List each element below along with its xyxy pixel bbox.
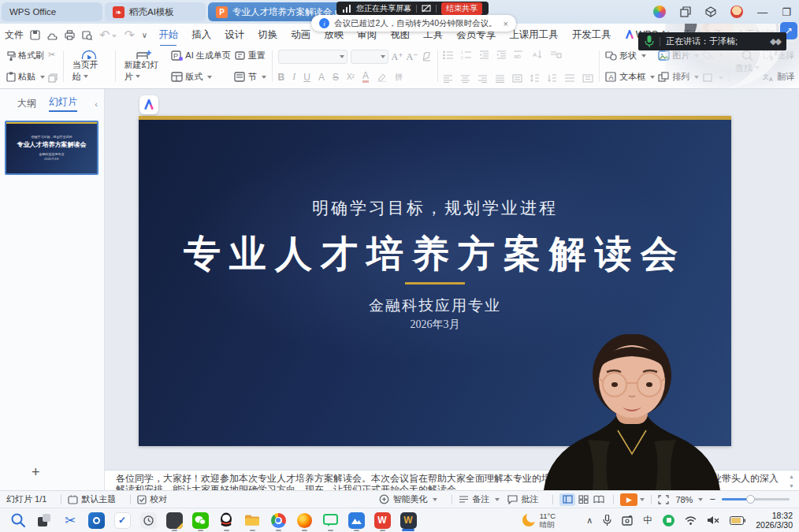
shape-fill-button[interactable] <box>702 50 723 60</box>
proofread-button[interactable]: 校对 <box>137 493 167 505</box>
phonetic-guide-icon[interactable]: ab <box>514 50 526 59</box>
ime-indicator[interactable]: 中 <box>643 514 652 527</box>
paragraph-spacing-icon[interactable] <box>547 74 557 83</box>
weather-widget[interactable]: 11°C晴朗 <box>522 512 556 529</box>
justify-icon[interactable] <box>495 75 505 83</box>
taskbar-chrome[interactable] <box>266 509 290 531</box>
stop-sharing-button[interactable]: 结束共享 <box>441 2 482 15</box>
wps-ai-floating-button[interactable] <box>139 95 158 114</box>
customize-toolbar-icon[interactable]: ∨ <box>142 31 147 39</box>
layout-button[interactable]: 版式 <box>171 71 230 83</box>
slideshow-play-button[interactable]: ▶ <box>620 493 637 506</box>
taskbar-messages[interactable] <box>318 509 342 531</box>
numbered-list-icon[interactable]: 12 <box>461 50 472 59</box>
tab-docer-template[interactable]: ❧ 稻壳AI模板 <box>105 2 206 21</box>
char-spacing-button[interactable]: A <box>318 72 325 83</box>
add-slide-button[interactable]: + <box>32 464 40 481</box>
align-center-icon[interactable] <box>460 75 470 83</box>
taskbar-photos[interactable] <box>344 509 368 531</box>
tray-screenshot-icon[interactable] <box>622 515 633 526</box>
pinyin-button[interactable]: 拼 <box>395 72 403 83</box>
notes-toggle-button[interactable]: 备注 <box>459 493 500 505</box>
reset-button[interactable]: 重置 <box>234 50 266 61</box>
export-icon[interactable] <box>47 30 58 40</box>
shape-outline-button[interactable] <box>702 73 723 83</box>
print-preview-icon[interactable] <box>82 30 92 40</box>
paste-button[interactable]: 粘贴 <box>6 71 45 83</box>
text-direction-icon[interactable]: A <box>533 50 543 59</box>
textbox-button[interactable]: A 文本框 <box>605 71 655 83</box>
menu-design[interactable]: 设计 <box>225 28 244 42</box>
menu-animation[interactable]: 动画 <box>291 28 310 42</box>
arrange-button[interactable]: 排列 <box>658 71 699 83</box>
notes-scroll-arrows[interactable]: ▲▼ <box>789 474 794 489</box>
text-spacing-icon[interactable] <box>564 74 575 83</box>
bold-button[interactable]: B <box>278 72 285 83</box>
slide-1[interactable]: 明确学习目标，规划学业进程 专业人才培养方案解读会 金融科技应用专业 2026年… <box>139 116 731 446</box>
smart-beautify-button[interactable]: 智能美化 <box>379 493 437 505</box>
zoom-slider-handle[interactable] <box>746 495 755 504</box>
select-button[interactable]: 选择 <box>763 50 794 61</box>
increase-indent-icon[interactable] <box>496 50 507 59</box>
font-size-select[interactable] <box>351 50 388 64</box>
slide-thumbnail-1[interactable]: 明确学习目标，规划学业进程 专业人才培养方案解读会 金融科技应用专业 2026年… <box>5 121 98 175</box>
menu-transition[interactable]: 切换 <box>258 28 277 42</box>
tray-expand-icon[interactable]: ∧ <box>586 515 593 526</box>
taskbar-wps-office[interactable]: W <box>370 509 394 531</box>
taskbar-file-explorer[interactable] <box>240 509 264 531</box>
slideshow-options-icon[interactable] <box>640 498 645 501</box>
slide-date-text[interactable]: 2026年3月 <box>139 318 731 332</box>
theme-button[interactable]: 默认主题 <box>68 493 116 505</box>
clock-widget[interactable]: 18:32 2026/3/30 <box>756 511 793 530</box>
normal-view-button[interactable] <box>559 493 575 506</box>
font-family-select[interactable] <box>278 50 347 64</box>
taskbar-task-view[interactable] <box>32 509 56 531</box>
taskbar-firefox[interactable] <box>292 509 316 531</box>
decrease-indent-icon[interactable] <box>479 50 489 59</box>
notice-close-icon[interactable]: × <box>504 19 508 28</box>
minimize-icon[interactable]: — <box>757 6 767 18</box>
find-button[interactable]: 查找 <box>735 50 760 74</box>
copy-button[interactable] <box>48 73 58 83</box>
tab-outline[interactable]: 大纲 <box>17 97 36 110</box>
picture-button[interactable]: 图片 <box>658 50 699 61</box>
section-button[interactable]: 节 <box>234 71 266 83</box>
taskbar-sticky-notes[interactable] <box>162 509 186 531</box>
taskbar-clock-app[interactable] <box>136 509 160 531</box>
strikethrough-button[interactable]: S <box>333 72 339 83</box>
tab-wps-home[interactable]: WPS Office <box>2 2 102 21</box>
align-objects-icon[interactable] <box>582 74 593 83</box>
fit-window-icon[interactable] <box>658 495 669 504</box>
box-icon[interactable] <box>705 6 716 17</box>
shapes-button[interactable]: 形状 <box>605 50 655 61</box>
restore-icon[interactable]: ❐ <box>782 6 791 18</box>
undo-icon[interactable]: ↶ <box>99 28 117 43</box>
font-color-button[interactable]: A <box>362 72 369 83</box>
new-slide-button[interactable]: 新建幻灯片 <box>120 49 170 84</box>
pause-share-icon[interactable] <box>422 5 431 13</box>
italic-button[interactable]: I <box>292 71 295 83</box>
stack-icon[interactable] <box>680 6 691 17</box>
line-spacing-icon[interactable] <box>530 74 540 83</box>
taskbar-search[interactable] <box>6 509 30 531</box>
translate-button[interactable]: 文A 翻译 <box>763 71 794 83</box>
format-painter-button[interactable]: 格式刷 <box>6 50 45 61</box>
emoji-avatar-icon[interactable] <box>653 6 666 18</box>
bullet-list-icon[interactable] <box>443 50 454 59</box>
menu-insert[interactable]: 插入 <box>191 28 211 42</box>
zoom-out-button[interactable]: − <box>709 493 715 505</box>
increase-font-button[interactable]: A⁺ <box>392 51 403 63</box>
zoom-dropdown-icon[interactable] <box>698 498 703 501</box>
redo-icon[interactable]: ↷ <box>124 28 134 43</box>
distribute-text-icon[interactable] <box>512 74 522 83</box>
cut-button[interactable]: ✂ <box>48 50 58 60</box>
clear-format-icon[interactable] <box>422 52 432 61</box>
collapse-panel-icon[interactable]: ‹ <box>95 99 98 109</box>
reading-view-button[interactable] <box>591 493 607 506</box>
zoom-percentage[interactable]: 78% <box>675 495 693 504</box>
battery-icon[interactable] <box>730 516 745 525</box>
taskbar-todo[interactable]: ✓ <box>110 509 134 531</box>
speaker-notes-bar[interactable]: 各位同学，大家好！欢迎参加本次专业人才培养方案解读会。本次会议旨在帮助大家全面理… <box>105 470 799 490</box>
print-icon[interactable] <box>65 30 75 40</box>
convert-smartart-icon[interactable] <box>550 50 562 59</box>
